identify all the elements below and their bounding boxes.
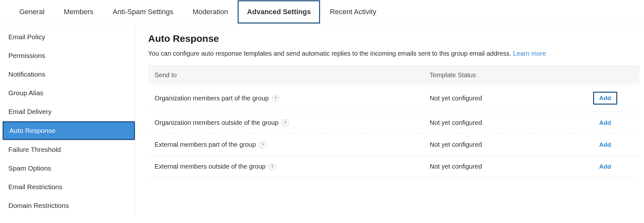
sidebar-item-spam-options[interactable]: Spam Options — [0, 159, 135, 177]
help-icon[interactable]: ? — [282, 119, 289, 126]
header-action — [571, 66, 639, 85]
help-icon[interactable]: ? — [272, 95, 279, 102]
main-panel: Auto Response You can configure auto res… — [135, 24, 644, 215]
row-send-to-label: External members part of the group — [155, 141, 256, 148]
tab-recent-activity[interactable]: Recent Activity — [320, 0, 386, 24]
row-status: Not yet configured — [423, 156, 571, 177]
tab-moderation[interactable]: Moderation — [183, 0, 238, 24]
row-send-to-label: Organization members outside of the grou… — [155, 119, 279, 126]
add-button[interactable]: Add — [599, 163, 611, 170]
sidebar-item-email-restrictions[interactable]: Email Restrictions — [0, 178, 135, 196]
tab-members[interactable]: Members — [54, 0, 103, 24]
row-send-to-label: Organization members part of the group — [155, 95, 269, 102]
table-row: External members part of the group ? Not… — [148, 134, 639, 156]
tab-anti-spam-settings[interactable]: Anti-Spam Settings — [103, 0, 183, 24]
tab-advanced-settings[interactable]: Advanced Settings — [238, 0, 320, 23]
table-header: Send to Template Status — [148, 65, 639, 85]
sidebar-item-group-alias[interactable]: Group Alias — [0, 84, 135, 102]
add-button[interactable]: Add — [593, 92, 617, 105]
add-button[interactable]: Add — [599, 141, 611, 148]
row-send-to-label: External members outside of the group — [155, 163, 266, 170]
row-status: Not yet configured — [423, 134, 571, 155]
header-template-status: Template Status — [423, 66, 571, 85]
tab-general[interactable]: General — [10, 0, 54, 24]
table-row: Organization members part of the group ?… — [148, 85, 639, 112]
sidebar-item-permissions[interactable]: Permissions — [0, 47, 135, 65]
row-status: Not yet configured — [423, 88, 571, 109]
page-description-text: You can configure auto response template… — [148, 50, 513, 57]
help-icon[interactable]: ? — [269, 163, 276, 170]
top-nav: General Members Anti-Spam Settings Moder… — [0, 0, 644, 24]
sidebar-item-failure-threshold[interactable]: Failure Threshold — [0, 141, 135, 159]
table-row: Organization members outside of the grou… — [148, 112, 639, 134]
sidebar-item-domain-restrictions[interactable]: Domain Restrictions — [0, 197, 135, 215]
help-icon[interactable]: ? — [259, 141, 266, 148]
sidebar-item-auto-response[interactable]: Auto Response — [3, 121, 135, 140]
page-description: You can configure auto response template… — [148, 49, 639, 58]
sidebar-item-email-delivery[interactable]: Email Delivery — [0, 103, 135, 121]
add-button[interactable]: Add — [599, 119, 611, 126]
sidebar-item-email-policy[interactable]: Email Policy — [0, 28, 135, 46]
sidebar: Email Policy Permissions Notifications G… — [0, 24, 135, 215]
learn-more-link[interactable]: Learn more — [513, 50, 546, 57]
auto-response-table: Send to Template Status Organization mem… — [135, 65, 644, 178]
row-status: Not yet configured — [423, 112, 571, 134]
header-send-to: Send to — [148, 66, 423, 85]
sidebar-item-notifications[interactable]: Notifications — [0, 65, 135, 83]
table-row: External members outside of the group ? … — [148, 156, 639, 178]
page-title: Auto Response — [148, 33, 639, 44]
